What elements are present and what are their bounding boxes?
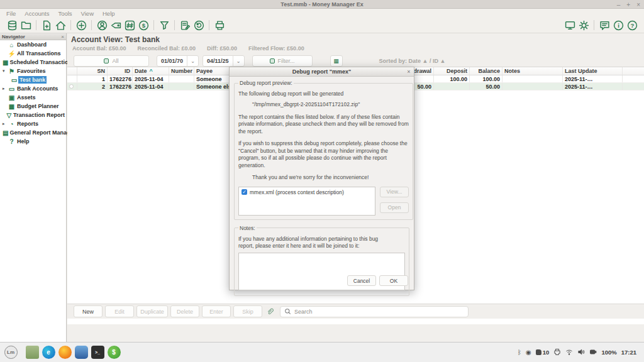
minimize-button[interactable]: – — [617, 1, 621, 8]
terminal-icon[interactable]: >_ — [89, 344, 106, 361]
menu-file[interactable]: File — [6, 10, 16, 17]
sidebar-item-bank-accounts[interactable]: ▸▭Bank Accounts — [0, 84, 66, 93]
mint-menu-button[interactable]: Lm — [3, 344, 19, 361]
expander-right-icon[interactable]: ▸ — [3, 121, 8, 126]
updates-indicator[interactable]: 10 — [536, 349, 550, 356]
volume-icon[interactable] — [577, 348, 585, 357]
menu-view[interactable]: View — [81, 10, 94, 17]
col-balance[interactable]: Balance — [470, 67, 502, 75]
menu-help[interactable]: Help — [103, 10, 115, 17]
new-button[interactable]: New — [74, 305, 103, 317]
navigator-panel: Navigator × ⌂Dashboard ⚡All Transactions… — [0, 33, 67, 342]
sidebar-item-scheduled-transactions[interactable]: ▦Scheduled Transactions — [0, 58, 66, 67]
general-reports-icon[interactable] — [178, 19, 192, 32]
preview-group: Debug report preview: The following debu… — [234, 80, 413, 220]
feedback-chat-icon[interactable] — [597, 19, 611, 32]
menu-accounts[interactable]: Accounts — [25, 10, 49, 17]
sidebar-item-favourites[interactable]: ▾⚑Favourites — [0, 67, 66, 75]
battery-icon[interactable] — [589, 348, 597, 357]
icon-column-header[interactable] — [67, 67, 77, 75]
settings-gear-icon[interactable] — [577, 19, 591, 32]
bluetooth-icon[interactable]: ᛒ — [518, 349, 521, 356]
sidebar-item-help[interactable]: ?Help — [0, 137, 66, 146]
date-to-picker[interactable]: 04/11/25 ⌄ — [203, 55, 245, 67]
col-deposit[interactable]: Deposit — [434, 67, 470, 75]
expander-down-icon[interactable]: ▾ — [3, 69, 8, 74]
fullscreen-icon[interactable] — [563, 19, 577, 32]
sidebar-item-test-bank[interactable]: ▭Test bank — [0, 75, 66, 84]
cancel-button[interactable]: Cancel — [347, 275, 376, 286]
view-all-button[interactable]: All — [74, 55, 149, 67]
open-database-icon[interactable] — [5, 19, 19, 32]
col-number[interactable]: Number — [169, 67, 194, 75]
filter-icon[interactable] — [157, 19, 171, 32]
print-icon[interactable] — [213, 19, 226, 32]
chevron-down-icon[interactable]: ⌄ — [187, 56, 198, 66]
toolbar: $ i ? — [0, 18, 644, 33]
date-from-picker[interactable]: 01/01/70 ⌄ — [157, 55, 199, 67]
enter-button[interactable]: Enter — [202, 305, 231, 317]
filter-button[interactable]: Filter... — [252, 55, 313, 67]
close-button[interactable]: × — [636, 1, 640, 8]
sidebar-item-general-report-manager[interactable]: ▤General Report Manager — [0, 128, 66, 137]
clock[interactable]: 17:21 — [621, 349, 636, 356]
search-box[interactable] — [280, 306, 469, 317]
help-icon[interactable]: ? — [625, 19, 639, 32]
shield-icon[interactable]: ◉ — [526, 349, 531, 356]
system-tray: ᛒ ◉ 10 100% 17:21 — [518, 348, 641, 357]
delete-button[interactable]: Delete — [170, 305, 199, 317]
edge-browser-icon[interactable]: e — [40, 344, 57, 361]
duplicate-button[interactable]: Duplicate — [136, 305, 168, 317]
expander-right-icon[interactable]: ▸ — [3, 86, 8, 91]
sidebar-item-budget-planner[interactable]: ▦Budget Planner — [0, 102, 66, 111]
col-id[interactable]: ID — [108, 67, 133, 75]
chevron-down-icon[interactable]: ⌄ — [233, 56, 244, 66]
money-manager-app-icon[interactable]: $ — [106, 344, 122, 361]
recurring-icon[interactable] — [192, 19, 206, 32]
sidebar-item-reports[interactable]: ▸◔Reports — [0, 119, 66, 128]
currency-icon[interactable]: $ — [136, 19, 150, 32]
open-folder-icon[interactable] — [19, 19, 33, 32]
dialog-titlebar[interactable]: Debug report "mmex" × — [230, 67, 414, 77]
new-transaction-icon[interactable] — [74, 19, 88, 32]
categories-icon[interactable] — [109, 19, 123, 32]
budget-numbers-icon[interactable] — [123, 19, 136, 32]
skip-button[interactable]: Skip — [233, 305, 262, 317]
search-input[interactable] — [294, 309, 464, 315]
battery-percent[interactable]: 100% — [601, 349, 616, 356]
open-button[interactable]: Open — [380, 202, 409, 213]
about-info-icon[interactable]: i — [611, 19, 625, 32]
col-date[interactable]: Date^ — [133, 67, 169, 75]
file-manager-icon[interactable] — [24, 344, 40, 361]
printer-icon[interactable] — [553, 348, 561, 357]
firefox-icon[interactable] — [57, 344, 73, 361]
checked-checkbox-icon[interactable]: ✓ — [242, 189, 247, 195]
thunderbird-icon[interactable] — [73, 344, 89, 361]
report-file-list[interactable]: ✓ mmex.xml (process context description) — [238, 187, 375, 216]
col-sn[interactable]: SN — [77, 67, 108, 75]
attachment-icon[interactable] — [265, 305, 275, 317]
svg-text:?: ? — [630, 22, 634, 29]
home-icon[interactable] — [53, 19, 67, 32]
ok-button[interactable]: OK — [379, 275, 408, 286]
col-last-update[interactable]: Last Update — [563, 67, 623, 75]
dialog-close-icon[interactable]: × — [404, 69, 414, 75]
sidebar-item-dashboard[interactable]: ⌂Dashboard — [0, 40, 66, 49]
balance-diff: Diff: £50.00 — [207, 45, 237, 52]
sidebar-item-all-transactions[interactable]: ⚡All Transactions — [0, 49, 66, 58]
sidebar-item-transaction-report[interactable]: ▽Transaction Report — [0, 111, 66, 119]
sort-status[interactable]: Sorted by: Date ▲ / ID ▲ — [379, 58, 446, 64]
col-notes[interactable]: Notes — [502, 67, 563, 75]
new-file-icon[interactable] — [40, 19, 53, 32]
payees-icon[interactable] — [95, 19, 109, 32]
list-item[interactable]: ✓ mmex.xml (process context description) — [242, 189, 372, 195]
status-dot-icon — [69, 84, 74, 89]
navigator-close-icon[interactable]: × — [61, 34, 64, 40]
sidebar-item-assets[interactable]: ▣Assets — [0, 93, 66, 102]
edit-button[interactable]: Edit — [105, 305, 134, 317]
maximize-button[interactable]: + — [626, 1, 630, 8]
view-button[interactable]: View... — [380, 187, 409, 197]
calendar-settings-button[interactable]: ▦ — [330, 55, 343, 67]
menu-tools[interactable]: Tools — [58, 10, 72, 17]
wifi-icon[interactable] — [565, 348, 573, 357]
